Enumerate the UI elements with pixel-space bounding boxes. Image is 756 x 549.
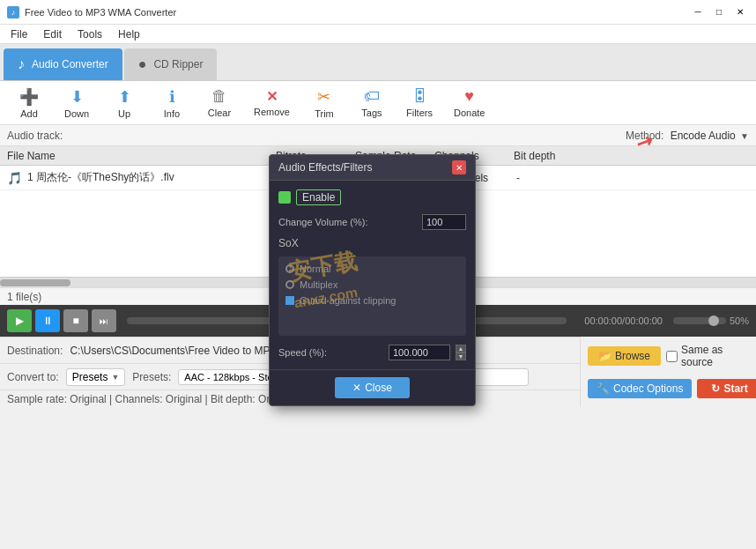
close-x-icon: ✕ [352, 382, 361, 394]
speed-up-button[interactable]: ▲ [456, 345, 466, 352]
speed-input[interactable] [389, 345, 450, 360]
enable-indicator [278, 191, 291, 204]
dialog-title: Audio Effects/Filters [278, 161, 373, 174]
close-label: Close [365, 382, 392, 394]
sox-guard-row: Guard against clipping [285, 295, 459, 306]
dialog-overlay: Audio Effects/Filters ✕ Enable Change Vo… [0, 0, 756, 549]
arrow-indicator: ↗ [632, 128, 656, 155]
enable-row: Enable [278, 189, 466, 205]
sox-label: SoX [278, 237, 466, 249]
dialog-body: Enable Change Volume (%): SoX Normal Mul… [270, 181, 475, 369]
audio-effects-dialog: Audio Effects/Filters ✕ Enable Change Vo… [269, 154, 476, 406]
sox-content: Normal Multiplex Guard against clipping [278, 256, 466, 336]
change-volume-input[interactable] [422, 214, 466, 230]
enable-label: Enable [296, 189, 341, 205]
dialog-header: Audio Effects/Filters ✕ [270, 155, 475, 181]
change-volume-label: Change Volume (%): [278, 217, 417, 227]
speed-row: Speed (%): ▲ ▼ [278, 345, 466, 360]
normal-radio[interactable] [285, 264, 294, 273]
sox-multiplex-row: Multiplex [285, 279, 459, 290]
guard-checkbox[interactable] [285, 296, 294, 305]
speed-down-button[interactable]: ▼ [456, 352, 466, 360]
dialog-close-button[interactable]: ✕ [452, 160, 466, 174]
sox-normal-row: Normal [285, 263, 459, 274]
dialog-footer: ✕ Close [270, 369, 475, 405]
change-volume-row: Change Volume (%): [278, 214, 466, 230]
guard-label: Guard against clipping [300, 295, 459, 306]
normal-label: Normal [300, 263, 459, 274]
close-dialog-button[interactable]: ✕ Close [335, 377, 410, 398]
multiplex-label: Multiplex [300, 279, 459, 290]
multiplex-radio[interactable] [285, 280, 294, 289]
speed-spin: ▲ ▼ [456, 345, 466, 360]
speed-label: Speed (%): [278, 347, 383, 358]
